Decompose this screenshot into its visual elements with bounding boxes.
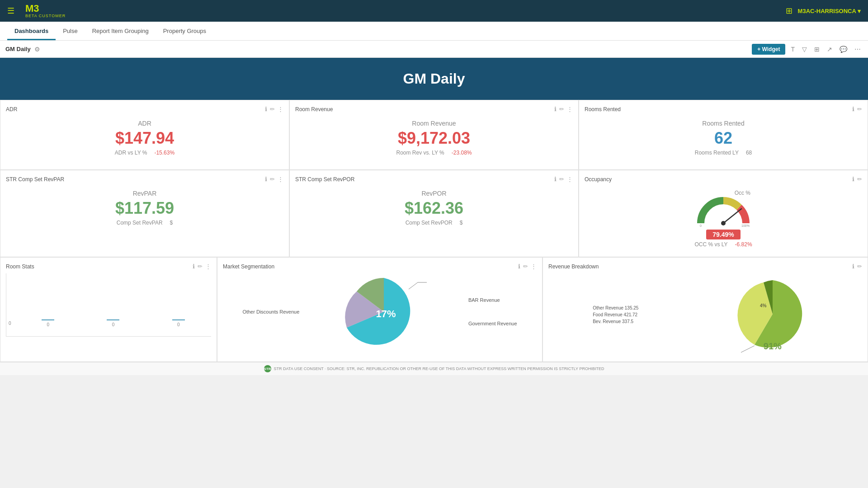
str-revpor-comp-label: Comp Set RevPOR bbox=[406, 220, 453, 226]
rooms-rented-value: 62 bbox=[585, 129, 862, 148]
str-revpar-subrow: Comp Set RevPAR $ bbox=[6, 220, 283, 226]
bar-group-3: 0 bbox=[172, 319, 185, 327]
str-revpar-comp-value: $ bbox=[170, 220, 173, 226]
gauge-container: Occ % 0 100% 79.49% bbox=[585, 190, 862, 248]
edit-icon[interactable]: ✏ bbox=[857, 106, 862, 113]
add-widget-button[interactable]: + Widget bbox=[752, 44, 785, 55]
market-seg-legend-right: BAR Revenue Government Revenue bbox=[468, 296, 517, 328]
widget-occupancy-body: Occ % 0 100% 79.49% bbox=[585, 186, 862, 251]
widget-room-revenue-header: Room Revenue ℹ ✏ ⋮ bbox=[295, 106, 573, 113]
adr-sub-value: -15.63% bbox=[154, 150, 175, 156]
logo-area: ☰ M3 BETA CUSTOMER bbox=[7, 4, 66, 18]
legend-bar-revenue: BAR Revenue bbox=[468, 297, 517, 303]
widget-rooms-rented-title: Rooms Rented bbox=[585, 106, 621, 113]
table-icon[interactable]: ⊞ bbox=[812, 45, 821, 54]
widget-revenue-breakdown-icons: ℹ ✏ bbox=[852, 263, 862, 270]
user-menu[interactable]: M3AC-HARRISONCA ▾ bbox=[798, 8, 861, 14]
more-icon[interactable]: ⋯ bbox=[853, 45, 863, 54]
widget-occupancy-header: Occupancy ℹ ✏ bbox=[585, 176, 862, 183]
edit-icon[interactable]: ✏ bbox=[559, 176, 564, 183]
more-icon[interactable]: ⋮ bbox=[278, 176, 283, 183]
edit-icon[interactable]: ✏ bbox=[559, 106, 564, 113]
svg-text:100%: 100% bbox=[741, 224, 750, 227]
widget-occupancy-icons: ℹ ✏ bbox=[852, 176, 862, 183]
more-icon[interactable]: ⋮ bbox=[278, 106, 283, 113]
revenue-breakdown-area: Other Revenue 135.25 Food Revenue 421.72… bbox=[548, 273, 862, 356]
comment-icon[interactable]: 💬 bbox=[838, 45, 849, 54]
more-icon[interactable]: ⋮ bbox=[567, 176, 573, 183]
widget-market-seg-title: Market Segmentation bbox=[223, 263, 274, 270]
topbar-right: ⊞ M3AC-HARRISONCA ▾ bbox=[786, 6, 861, 16]
widget-revenue-breakdown-header: Revenue Breakdown ℹ ✏ bbox=[548, 263, 862, 270]
widget-revenue-breakdown: Revenue Breakdown ℹ ✏ Other Revenue 135.… bbox=[542, 257, 868, 362]
adr-sub-label: ADR vs LY % bbox=[115, 150, 147, 156]
gauge-value: 79.49% bbox=[706, 230, 740, 239]
widget-str-revpar-title: STR Comp Set RevPAR bbox=[6, 176, 64, 183]
market-seg-legend-left: Other Discounts Revenue bbox=[242, 307, 299, 316]
tab-dashboards[interactable]: Dashboards bbox=[7, 23, 56, 40]
tab-property-groups[interactable]: Property Groups bbox=[156, 23, 213, 40]
info-icon[interactable]: ℹ bbox=[554, 106, 557, 113]
text-icon[interactable]: T bbox=[789, 45, 797, 54]
widget-rooms-rented-icons: ℹ ✏ bbox=[852, 106, 862, 113]
more-icon[interactable]: ⋮ bbox=[567, 106, 573, 113]
bar-2 bbox=[107, 319, 119, 320]
edit-icon[interactable]: ✏ bbox=[857, 176, 862, 183]
info-icon[interactable]: ℹ bbox=[852, 106, 854, 113]
widget-room-revenue-icons: ℹ ✏ ⋮ bbox=[554, 106, 573, 113]
info-icon[interactable]: ℹ bbox=[554, 176, 557, 183]
str-revpor-comp-value: $ bbox=[460, 220, 463, 226]
filter-icon[interactable]: ▽ bbox=[800, 45, 809, 54]
dashboard-toolbar: GM Daily ⚙ + Widget T ▽ ⊞ ↗ 💬 ⋯ bbox=[0, 41, 868, 58]
rooms-rented-label: Rooms Rented bbox=[585, 120, 862, 127]
info-icon[interactable]: ℹ bbox=[852, 263, 854, 270]
toolbar-left: GM Daily ⚙ bbox=[5, 46, 40, 53]
tab-report-item-grouping[interactable]: Report Item Grouping bbox=[85, 23, 156, 40]
info-icon[interactable]: ℹ bbox=[193, 263, 195, 270]
edit-icon[interactable]: ✏ bbox=[857, 263, 862, 270]
svg-point-1 bbox=[721, 221, 726, 225]
str-revpar-label: RevPAR bbox=[6, 190, 283, 197]
grid-icon[interactable]: ⊞ bbox=[786, 6, 793, 16]
room-revenue-label: Room Revenue bbox=[295, 120, 573, 127]
str-revpor-subrow: Comp Set RevPOR $ bbox=[295, 220, 573, 226]
footer: STR STR DATA USE CONSENT · SOURCE: STR, … bbox=[0, 362, 868, 375]
tab-pulse[interactable]: Pulse bbox=[56, 23, 85, 40]
widget-revenue-breakdown-title: Revenue Breakdown bbox=[548, 263, 599, 270]
info-icon[interactable]: ℹ bbox=[265, 176, 267, 183]
revenue-legend: Other Revenue 135.25 Food Revenue 421.72… bbox=[593, 305, 638, 325]
widget-adr: ADR ℹ ✏ ⋮ ADR $147.94 ADR vs LY % -15.63… bbox=[0, 100, 289, 170]
pie-center-label: 17% bbox=[376, 308, 396, 320]
toolbar-right: + Widget T ▽ ⊞ ↗ 💬 ⋯ bbox=[752, 44, 863, 55]
share-icon[interactable]: ↗ bbox=[825, 45, 834, 54]
info-icon[interactable]: ℹ bbox=[518, 263, 520, 270]
gauge-svg: 0 100% bbox=[696, 196, 750, 228]
market-seg-pie: 17% bbox=[339, 273, 429, 350]
svg-text:4%: 4% bbox=[760, 303, 767, 308]
str-revpor-value: $162.36 bbox=[295, 199, 573, 218]
room-revenue-value: $9,172.03 bbox=[295, 129, 573, 148]
legend-gov-revenue: Government Revenue bbox=[468, 321, 517, 326]
rev-legend-food: Food Revenue 421.72 bbox=[593, 312, 638, 317]
logo: M3 BETA CUSTOMER bbox=[25, 4, 66, 18]
widget-market-seg-header: Market Segmentation ℹ ✏ ⋮ bbox=[223, 263, 537, 270]
gauge-subrow: OCC % vs LY -6.82% bbox=[694, 241, 752, 248]
hamburger-icon[interactable]: ☰ bbox=[7, 6, 14, 16]
info-icon[interactable]: ℹ bbox=[852, 176, 854, 183]
more-icon[interactable]: ⋮ bbox=[205, 263, 211, 270]
widget-market-seg: Market Segmentation ℹ ✏ ⋮ Other Discount… bbox=[217, 257, 542, 362]
edit-icon[interactable]: ✏ bbox=[270, 106, 275, 113]
y-axis-zero: 0 bbox=[9, 321, 11, 326]
settings-icon[interactable]: ⚙ bbox=[34, 46, 40, 53]
edit-icon[interactable]: ✏ bbox=[270, 176, 275, 183]
edit-icon[interactable]: ✏ bbox=[523, 263, 528, 270]
edit-icon[interactable]: ✏ bbox=[198, 263, 203, 270]
footer-text: STR DATA USE CONSENT · SOURCE: STR, INC.… bbox=[274, 366, 604, 371]
svg-line-0 bbox=[723, 209, 741, 223]
svg-line-7 bbox=[741, 346, 755, 352]
logo-text: M3 bbox=[25, 4, 66, 14]
revenue-center-pct: 91% bbox=[764, 341, 782, 352]
more-icon[interactable]: ⋮ bbox=[531, 263, 537, 270]
bar-label-2: 0 bbox=[112, 322, 115, 327]
info-icon[interactable]: ℹ bbox=[265, 106, 267, 113]
